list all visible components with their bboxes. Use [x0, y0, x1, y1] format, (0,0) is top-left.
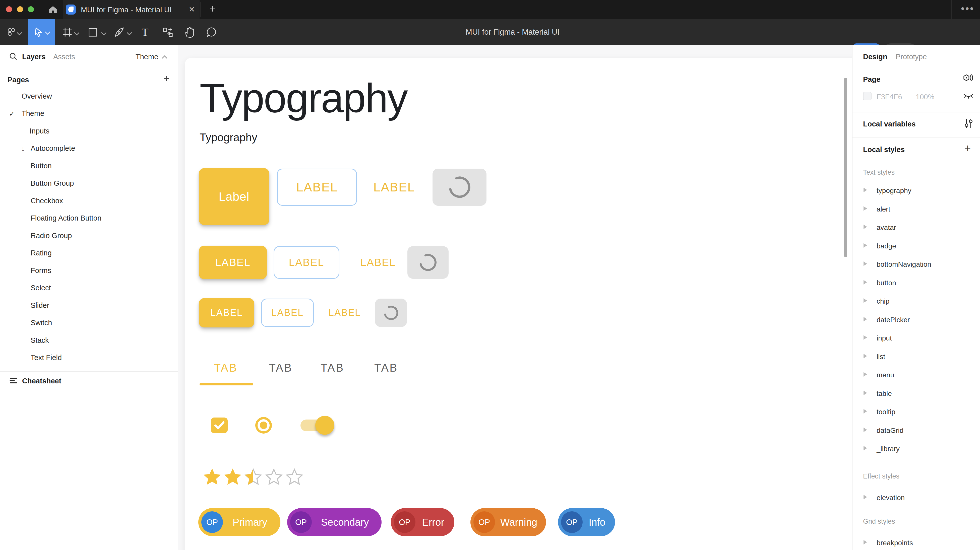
tab-item[interactable]: TAB	[374, 362, 398, 374]
chip-primary[interactable]: OP Primary	[198, 508, 280, 536]
button-outlined-large[interactable]: LABEL	[277, 168, 357, 206]
library-icon[interactable]	[963, 73, 974, 84]
star-full-icon[interactable]	[202, 468, 222, 486]
button-contained-large[interactable]: Label	[199, 168, 269, 225]
checkbox-checked[interactable]	[211, 418, 228, 433]
collapse-pages-chevron-icon[interactable]	[162, 56, 167, 61]
pen-tool-chevron-icon[interactable]	[127, 30, 132, 35]
disclosure-triangle-icon[interactable]	[864, 224, 867, 229]
eye-closed-icon[interactable]	[963, 91, 974, 101]
sidebar-item-theme[interactable]: Theme	[22, 107, 44, 121]
sidebar-item-slider[interactable]: Slider	[30, 298, 49, 312]
style-item-typography[interactable]: typography	[877, 187, 912, 195]
move-tool-selected[interactable]	[28, 19, 55, 45]
rating-stars[interactable]	[202, 468, 304, 486]
style-item-breakpoints[interactable]: breakpoints	[877, 539, 913, 547]
tab-assets[interactable]: Assets	[53, 53, 75, 61]
page-fill-hex[interactable]: F3F4F6	[877, 93, 902, 101]
button-loading-small[interactable]	[375, 299, 407, 327]
sidebar-item-stack[interactable]: Stack	[30, 333, 49, 347]
button-contained-small[interactable]: LABEL	[199, 298, 254, 327]
sidebar-item-select[interactable]: Select	[30, 281, 51, 295]
star-half-icon[interactable]	[244, 468, 263, 486]
shape-tool-chevron-icon[interactable]	[101, 30, 107, 35]
sidebar-item-cheatsheet[interactable]: Cheatsheet	[22, 377, 61, 385]
sidebar-item-autocomplete[interactable]: Autocomplete	[30, 141, 75, 155]
button-text-medium[interactable]: LABEL	[358, 246, 398, 279]
button-outlined-small[interactable]: LABEL	[261, 299, 314, 327]
disclosure-triangle-icon[interactable]	[864, 391, 867, 395]
disclosure-triangle-icon[interactable]	[864, 243, 867, 248]
style-item-list[interactable]: list	[877, 353, 885, 361]
star-empty-icon[interactable]	[285, 468, 304, 486]
style-item-avatar[interactable]: avatar	[877, 224, 896, 232]
zoom-window-button[interactable]	[28, 6, 34, 12]
disclosure-triangle-icon[interactable]	[864, 298, 867, 303]
sidebar-item-inputs[interactable]: Inputs	[30, 124, 49, 138]
sidebar-item-rating[interactable]: Rating	[30, 246, 52, 260]
search-icon[interactable]	[9, 52, 18, 61]
close-window-button[interactable]	[6, 6, 12, 12]
switch-thumb[interactable]	[315, 416, 334, 435]
style-item-badge[interactable]: badge	[877, 242, 896, 250]
disclosure-triangle-icon[interactable]	[864, 428, 867, 432]
page-selector[interactable]: Theme	[135, 53, 158, 61]
disclosure-triangle-icon[interactable]	[864, 261, 867, 266]
canvas-area[interactable]: Typography Typography Label LABEL LABEL …	[178, 45, 852, 550]
new-tab-button[interactable]: +	[206, 3, 219, 16]
style-item-alert[interactable]: alert	[877, 205, 890, 213]
chip-error[interactable]: OP Error	[391, 508, 454, 536]
add-page-button[interactable]: +	[160, 72, 173, 85]
style-item-tooltip[interactable]: tooltip	[877, 408, 896, 416]
star-full-icon[interactable]	[223, 468, 242, 486]
frame-tool-chevron-icon[interactable]	[74, 30, 80, 35]
chip-secondary[interactable]: OP Secondary	[287, 508, 382, 536]
style-item-library[interactable]: _library	[877, 445, 900, 453]
style-item-menu[interactable]: menu	[877, 371, 894, 379]
typography-frame[interactable]: Typography Typography Label LABEL LABEL …	[185, 58, 852, 550]
sidebar-item-radio-group[interactable]: Radio Group	[30, 229, 72, 243]
main-menu-figma-icon[interactable]	[6, 28, 16, 37]
tab-design[interactable]: Design	[863, 53, 888, 61]
shape-tool-icon[interactable]	[88, 28, 97, 37]
style-item-chip[interactable]: chip	[877, 297, 889, 305]
sidebar-item-floating-action-button[interactable]: Floating Action Button	[30, 211, 102, 225]
file-title[interactable]: MUI for Figma - Material UI	[337, 19, 688, 45]
tab-item[interactable]: TAB	[321, 362, 344, 374]
radio-selected[interactable]	[255, 417, 272, 434]
button-text-small[interactable]: LABEL	[327, 299, 362, 327]
style-item-input[interactable]: input	[877, 334, 892, 342]
style-item-datepicker[interactable]: datePicker	[877, 316, 910, 324]
overflow-menu-icon[interactable]: •••	[961, 3, 974, 14]
sidebar-item-checkbox[interactable]: Checkbox	[30, 194, 63, 208]
tab-item[interactable]: TAB	[269, 362, 293, 374]
sidebar-item-switch[interactable]: Switch	[30, 316, 52, 330]
disclosure-triangle-icon[interactable]	[864, 409, 867, 413]
frame-tool-icon[interactable]	[62, 27, 72, 37]
page-fill-opacity[interactable]: 100%	[916, 93, 934, 101]
tab-item-active[interactable]: TAB	[214, 362, 237, 374]
local-variables-header[interactable]: Local variables	[863, 120, 916, 128]
button-outlined-medium[interactable]: LABEL	[274, 246, 339, 279]
comment-tool-icon[interactable]	[206, 27, 217, 38]
page-fill-swatch[interactable]	[863, 92, 872, 100]
disclosure-triangle-icon[interactable]	[864, 317, 867, 321]
close-tab-icon[interactable]: ✕	[187, 5, 197, 14]
sidebar-item-button-group[interactable]: Button Group	[30, 176, 74, 190]
button-text-large[interactable]: LABEL	[369, 168, 419, 206]
minimize-window-button[interactable]	[17, 6, 23, 12]
local-styles-header[interactable]: Local styles	[863, 146, 905, 154]
pen-tool-icon[interactable]	[114, 27, 125, 37]
sidebar-item-text-field[interactable]: Text Field	[30, 351, 62, 365]
chip-info[interactable]: OP Info	[558, 508, 615, 536]
variables-sliders-icon[interactable]	[963, 118, 974, 129]
resources-tool-icon[interactable]	[162, 27, 173, 38]
disclosure-triangle-icon[interactable]	[864, 206, 867, 211]
style-item-table[interactable]: table	[877, 389, 892, 398]
disclosure-triangle-icon[interactable]	[864, 372, 867, 377]
disclosure-triangle-icon[interactable]	[864, 540, 867, 544]
button-loading-large[interactable]	[433, 168, 487, 206]
button-loading-medium[interactable]	[407, 246, 449, 279]
disclosure-triangle-icon[interactable]	[864, 446, 867, 450]
style-item-elevation[interactable]: elevation	[877, 494, 905, 502]
